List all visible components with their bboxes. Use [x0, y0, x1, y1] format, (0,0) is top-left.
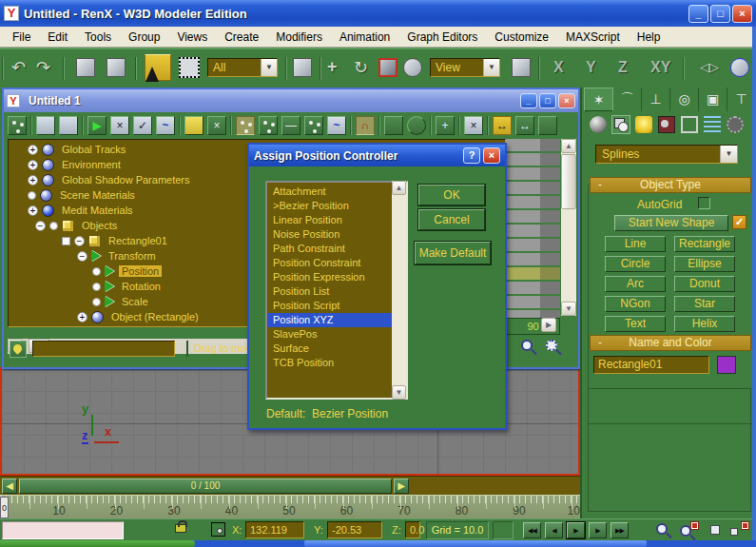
- menu-item-animation[interactable]: Animation: [331, 29, 398, 46]
- make-controller-unique-icon[interactable]: ✓: [133, 116, 152, 135]
- category-spacewarps-icon[interactable]: [704, 116, 721, 133]
- track-view-zoom-region-icon[interactable]: [546, 340, 564, 358]
- tree-item-label[interactable]: Global Shadow Parameters: [59, 174, 193, 186]
- dot-expand-icon[interactable]: [92, 267, 101, 276]
- track-view-close-button[interactable]: ×: [558, 93, 575, 108]
- delete-note-track-icon[interactable]: ×: [207, 116, 226, 135]
- track-row[interactable]: [506, 182, 560, 194]
- close-button[interactable]: ×: [732, 5, 752, 23]
- controller-option-slavepos[interactable]: SlavePos: [267, 327, 406, 342]
- menu-item-modifiers[interactable]: Modifiers: [267, 29, 331, 46]
- tree-item-label[interactable]: Position: [119, 265, 162, 277]
- listbox-scrollbar[interactable]: ▲ ▼: [392, 181, 406, 400]
- animate-button-area[interactable]: [493, 521, 514, 539]
- x-coordinate-field[interactable]: 132.119: [245, 521, 304, 538]
- object-type-rollout-header[interactable]: - Object Type: [590, 177, 751, 193]
- axis-constraint-z[interactable]: Z: [618, 59, 628, 76]
- move-keys-icon[interactable]: [236, 116, 255, 135]
- tree-item-label[interactable]: Scene Materials: [57, 189, 138, 201]
- z-coordinate-field[interactable]: 0.0: [405, 521, 420, 538]
- plus-expand-icon[interactable]: +: [28, 160, 38, 170]
- dropdown-arrow-icon[interactable]: ▼: [483, 59, 499, 76]
- track-row[interactable]: [506, 267, 560, 280]
- taskbar-start-segment[interactable]: [0, 540, 195, 547]
- shape-button-line[interactable]: Line: [605, 236, 666, 252]
- category-cameras-icon[interactable]: [658, 116, 675, 133]
- taskbar-task-button[interactable]: [304, 540, 647, 547]
- tab-modify-icon[interactable]: ⌒: [613, 88, 642, 111]
- dropdown-arrow-icon[interactable]: ▼: [720, 146, 737, 163]
- shape-button-ngon[interactable]: NGon: [605, 296, 666, 312]
- delete-keys-icon[interactable]: ×: [464, 116, 483, 135]
- menu-item-file[interactable]: File: [4, 29, 39, 46]
- tree-item-label[interactable]: Object (Rectangle): [108, 311, 202, 322]
- use-pivot-center-icon[interactable]: [512, 58, 531, 77]
- y-coordinate-field[interactable]: -20.53: [327, 521, 382, 538]
- track-view-title-bar[interactable]: Y Untitled 1 _ □ ×: [4, 89, 578, 112]
- tree-item-label[interactable]: Medit Materials: [59, 205, 136, 216]
- shape-button-arc[interactable]: Arc: [605, 276, 666, 292]
- autogrid-checkbox[interactable]: [698, 197, 710, 209]
- shape-button-rectangle[interactable]: Rectangle: [674, 236, 735, 252]
- track-row[interactable]: [506, 153, 560, 166]
- lock-selection-icon[interactable]: [384, 116, 403, 135]
- track-row[interactable]: [506, 282, 560, 294]
- category-systems-icon[interactable]: [727, 116, 744, 133]
- shape-button-donut[interactable]: Donut: [674, 276, 735, 292]
- menu-item-help[interactable]: Help: [629, 29, 669, 46]
- copy-controller-icon[interactable]: [36, 116, 55, 135]
- track-row[interactable]: [506, 167, 560, 180]
- track-view-zoom-icon[interactable]: [521, 340, 539, 358]
- start-new-shape-checkbox[interactable]: ✓: [732, 215, 746, 229]
- select-object-button[interactable]: [145, 54, 171, 81]
- minus-expand-icon[interactable]: −: [74, 236, 85, 246]
- select-and-link-icon[interactable]: [76, 58, 95, 77]
- plus-expand-icon[interactable]: +: [28, 175, 38, 186]
- filters-icon[interactable]: [8, 116, 27, 135]
- paste-controller-icon[interactable]: [59, 116, 78, 135]
- add-note-track-icon[interactable]: [184, 116, 204, 135]
- function-curves-icon[interactable]: ~: [327, 116, 346, 135]
- align-keys-icon[interactable]: +: [436, 116, 455, 135]
- track-row[interactable]: [506, 196, 560, 208]
- shape-button-helix[interactable]: Helix: [674, 316, 735, 332]
- time-slider-track[interactable]: ◀ 0 / 100 ▶: [0, 476, 580, 495]
- controller-option-position-constraint[interactable]: Position Constraint: [267, 256, 406, 270]
- minus-expand-icon[interactable]: −: [77, 251, 87, 262]
- track-row[interactable]: [506, 253, 560, 265]
- select-and-rotate-icon[interactable]: ↻: [354, 57, 368, 78]
- tab-motion-icon[interactable]: ◎: [670, 88, 699, 111]
- track-row[interactable]: [506, 210, 560, 223]
- tree-item-label[interactable]: Global Tracks: [59, 144, 128, 155]
- controller-option-position-expression[interactable]: Position Expression: [267, 270, 406, 284]
- select-and-scale-icon[interactable]: [378, 58, 397, 77]
- track-view-minimize-button[interactable]: _: [520, 93, 537, 108]
- scale-keys-icon[interactable]: [304, 116, 323, 135]
- track-view-maximize-button[interactable]: □: [539, 93, 556, 108]
- zoom-horizontal-extents-icon[interactable]: ↔: [515, 116, 534, 135]
- cancel-button[interactable]: Cancel: [418, 209, 485, 230]
- zoom-region-icon[interactable]: [538, 116, 557, 135]
- category-helpers-icon[interactable]: [681, 116, 698, 133]
- controller-option-path-constraint[interactable]: Path Constraint: [267, 242, 406, 256]
- delete-controller-icon[interactable]: ×: [110, 116, 129, 135]
- make-default-button[interactable]: Make Default: [415, 242, 491, 264]
- controller-listbox[interactable]: Attachment>Bezier PositionLinear Positio…: [265, 181, 408, 400]
- select-and-move-icon[interactable]: +: [327, 57, 338, 77]
- minimize-button[interactable]: _: [688, 5, 708, 23]
- maximize-button[interactable]: □: [710, 5, 730, 23]
- zoom-icon[interactable]: [654, 521, 673, 540]
- menu-item-group[interactable]: Group: [120, 29, 168, 46]
- redo-icon[interactable]: ↷: [36, 57, 50, 78]
- move-keys-time-icon[interactable]: [259, 116, 278, 135]
- tree-item-label[interactable]: Rotation: [119, 281, 164, 292]
- tree-item-label[interactable]: Environment: [59, 159, 124, 170]
- array-icon[interactable]: [730, 58, 749, 77]
- axis-constraint-y[interactable]: Y: [586, 59, 596, 76]
- play-button[interactable]: ▶: [567, 522, 585, 538]
- track-view-name-field[interactable]: [32, 341, 175, 357]
- plus-expand-icon[interactable]: +: [28, 205, 38, 216]
- tree-item-label[interactable]: Scale: [119, 296, 151, 307]
- axis-constraint-x[interactable]: X: [553, 59, 564, 76]
- current-frame-marker[interactable]: 0: [0, 497, 9, 518]
